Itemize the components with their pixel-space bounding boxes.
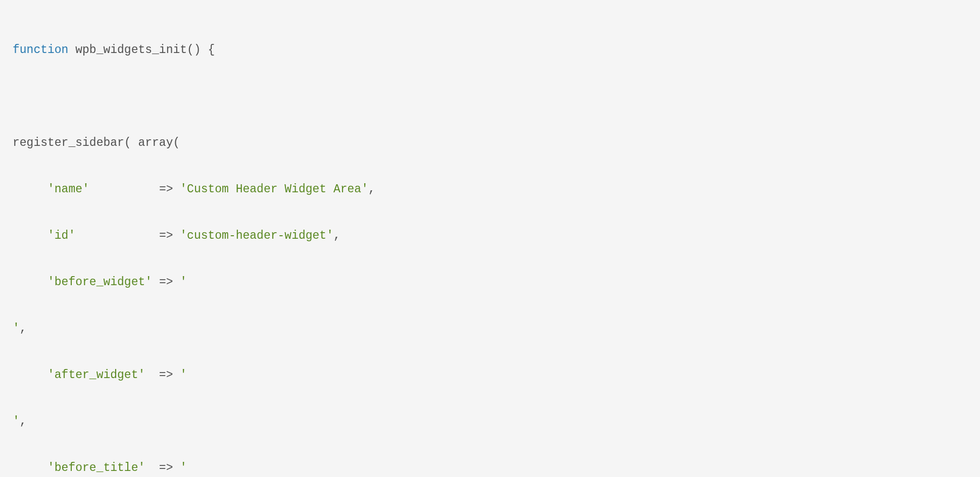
array-value: 'Custom Header Widget Area' [180,183,368,196]
code-line-6: ', [13,317,967,340]
keyword-function: function [13,43,68,57]
padding [152,276,159,289]
arrow: => [159,368,180,382]
arrow: => [159,229,180,242]
code-line-4: 'id' => 'custom-header-widget', [13,224,967,247]
parens: () [187,43,201,57]
comma: , [333,229,340,242]
blank-line [13,85,967,108]
array-key: 'before_widget' [47,276,152,289]
comma: , [20,415,27,428]
indent [13,183,47,196]
code-line-2: register_sidebar( array( [13,131,967,154]
code-line-1: function wpb_widgets_init() { [13,38,967,62]
code-line-7: 'after_widget' => ' [13,363,967,387]
function-call: register_sidebar [13,136,124,149]
padding [145,368,159,382]
indent [13,368,47,382]
paren: ( [173,136,180,149]
array-key: 'name' [47,183,89,196]
array-value: ' [180,368,187,382]
open-brace: { [201,43,215,57]
array-key: 'id' [47,229,75,242]
comma: , [20,322,27,335]
function-name: wpb_widgets_init [68,43,187,57]
code-line-3: 'name' => 'Custom Header Widget Area', [13,178,967,201]
array-key: 'before_title' [47,461,145,474]
comma: , [368,183,375,196]
string-close: ' [13,322,20,335]
padding [75,229,159,242]
arrow: => [159,461,180,474]
indent [13,229,47,242]
array-value: 'custom-header-widget' [180,229,333,242]
code-line-5: 'before_widget' => ' [13,271,967,294]
arrow: => [159,183,180,196]
code-line-8: ', [13,410,967,433]
code-block: function wpb_widgets_init() { register_s… [13,15,967,477]
array-value: ' [180,461,187,474]
arrow: => [159,276,180,289]
string-close: ' [13,415,20,428]
code-line-9: 'before_title' => ' [13,456,967,477]
indent [13,276,47,289]
padding [145,461,159,474]
open-paren: ( [124,136,138,149]
indent [13,461,47,474]
array-value: ' [180,276,187,289]
array-key: 'after_widget' [47,368,145,382]
padding [89,183,159,196]
array-keyword: array [138,136,173,149]
